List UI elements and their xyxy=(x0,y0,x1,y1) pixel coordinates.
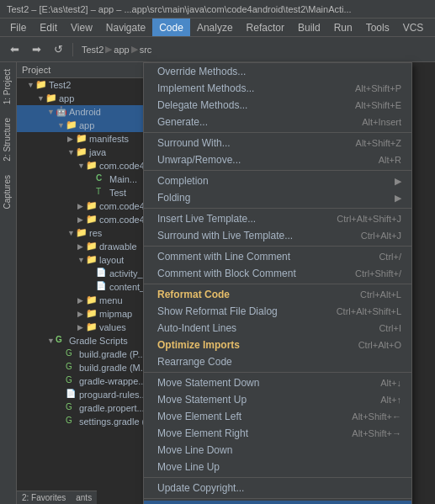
menu-build[interactable]: Build xyxy=(291,19,327,36)
menu-item-move-line-up[interactable]: Move Line Up xyxy=(144,459,411,475)
tree-test2[interactable]: ▼ 📁 Test2 xyxy=(17,78,159,92)
divider-5 xyxy=(144,284,411,284)
tree-activity[interactable]: 📄 activity_r... xyxy=(17,267,159,280)
breadcrumb: Test2 ▶ app ▶ src xyxy=(82,44,151,55)
divider-3 xyxy=(144,208,411,209)
menu-item-move-stmt-down[interactable]: Move Statement Down Alt+↓ xyxy=(144,374,411,391)
gradle-prop-icon: G xyxy=(66,402,77,414)
tree-app-selected[interactable]: ▼ 📁 app xyxy=(17,119,159,132)
divider-6 xyxy=(144,372,411,373)
settings-icon: G xyxy=(66,416,77,427)
tree-menu[interactable]: ▶ 📁 menu xyxy=(17,294,159,307)
tree-settings[interactable]: G settings.gradle (Project Settings) xyxy=(17,415,159,428)
menu-item-delegate[interactable]: Delegate Methods... Alt+Shift+E xyxy=(144,97,411,114)
breadcrumb-src[interactable]: src xyxy=(140,45,152,55)
tree-gradle-wrap[interactable]: G gradle-wrappe... xyxy=(17,374,159,388)
menu-item-update-copyright[interactable]: Update Copyright... xyxy=(144,480,411,496)
drawable-icon: 📁 xyxy=(86,241,98,252)
tree-drawable[interactable]: ▶ 📁 drawable xyxy=(17,240,159,253)
tree-com3[interactable]: ▶ 📁 com.code4a... xyxy=(17,213,159,226)
tree-java[interactable]: ▼ 📁 java xyxy=(17,146,159,159)
divider-4 xyxy=(144,246,411,247)
build2-icon: G xyxy=(66,362,77,374)
tree-content[interactable]: 📄 content_m... xyxy=(17,280,159,294)
tree-gradle-prop[interactable]: G gradle.propert... xyxy=(17,401,159,415)
mipmap-icon: 📁 xyxy=(86,308,98,320)
menu-item-surround[interactable]: Surround With... Alt+Shift+Z xyxy=(144,135,411,151)
menu-item-rearrange[interactable]: Rearrange Code xyxy=(144,353,411,370)
tab-ants[interactable]: ants xyxy=(71,491,97,504)
tree-test[interactable]: T Test xyxy=(17,186,159,199)
menu-item-move-elem-right[interactable]: Move Element Right Alt+Shift+→ xyxy=(144,425,411,442)
tree-com1[interactable]: ▼ 📁 com.code4a... xyxy=(17,159,159,172)
tree-main[interactable]: C Main... xyxy=(17,172,159,186)
android-icon: 🤖 xyxy=(56,106,67,118)
divider-1 xyxy=(144,132,411,133)
res-icon: 📁 xyxy=(76,227,88,239)
menu-bar: File Edit View Navigate Code Analyze Ref… xyxy=(0,19,435,37)
menu-item-reformat[interactable]: Reformat Code Ctrl+Alt+L xyxy=(144,286,411,303)
tree-mipmap[interactable]: ▶ 📁 mipmap xyxy=(17,307,159,321)
tab-project[interactable]: 1: Project xyxy=(0,62,16,111)
gradle-scripts-icon: G xyxy=(56,335,67,347)
tree-com2[interactable]: ▶ 📁 com.code4a... xyxy=(17,199,159,213)
test-java-icon: T xyxy=(96,187,108,199)
tree-proguard[interactable]: 📄 proguard-rules... xyxy=(17,388,159,401)
menu-item-comment-line[interactable]: Comment with Line Comment Ctrl+/ xyxy=(144,248,411,265)
menu-item-completion[interactable]: Completion ▶ xyxy=(144,172,411,189)
menu-item-optimize[interactable]: Optimize Imports Ctrl+Alt+O xyxy=(144,337,411,353)
menu-item-move-line-down[interactable]: Move Line Down xyxy=(144,442,411,459)
toolbar-refresh[interactable]: ↺ xyxy=(49,40,67,59)
layout-icon: 📁 xyxy=(86,254,98,266)
tree-values[interactable]: ▶ 📁 values xyxy=(17,321,159,334)
tab-captures[interactable]: Captures xyxy=(0,168,16,216)
menu-vcs[interactable]: VCS xyxy=(396,19,431,36)
panel-header: Project xyxy=(17,62,159,78)
menu-refactor[interactable]: Refactor xyxy=(240,19,291,36)
proguard-icon: 📄 xyxy=(66,389,77,401)
menu-item-generate[interactable]: Generate... Alt+Insert xyxy=(144,114,411,130)
tree-layout[interactable]: ▼ 📁 layout xyxy=(17,253,159,267)
tree-gradle-scripts[interactable]: ▼ G Gradle Scripts xyxy=(17,334,159,347)
menu-item-show-reformat[interactable]: Show Reformat File Dialog Ctrl+Alt+Shift… xyxy=(144,303,411,320)
menu-item-comment-block[interactable]: Comment with Block Comment Ctrl+Shift+/ xyxy=(144,265,411,282)
menu-tools[interactable]: Tools xyxy=(359,19,396,36)
toolbar-back[interactable]: ⬅ xyxy=(5,40,24,59)
menu-analyze[interactable]: Analyze xyxy=(190,19,240,36)
menu-file[interactable]: File xyxy=(3,19,33,36)
menu-run[interactable]: Run xyxy=(327,19,359,36)
breadcrumb-app[interactable]: app xyxy=(114,45,129,55)
app-folder-icon: 📁 xyxy=(66,119,77,131)
menu-item-insert-live[interactable]: Insert Live Template... Ctrl+Alt+Shift+J xyxy=(144,210,411,227)
breadcrumb-test2[interactable]: Test2 xyxy=(82,45,103,55)
menu-edit[interactable]: Edit xyxy=(33,19,64,36)
menu-item-convert-kotlin[interactable]: Convert Java File to Kotlin File Ctrl+Al… xyxy=(144,501,411,504)
menu-item-auto-indent[interactable]: Auto-Indent Lines Ctrl+I xyxy=(144,320,411,337)
title-bar: Test2 – [E:\as\test2] – app – ...app\src… xyxy=(0,0,435,19)
menu-item-override[interactable]: Override Methods... xyxy=(144,63,411,80)
tree-build2[interactable]: G build.gradle (M... xyxy=(17,361,159,374)
tree-app-root[interactable]: ▼ 📁 app xyxy=(17,92,159,105)
menu-item-move-stmt-up[interactable]: Move Statement Up Alt+↑ xyxy=(144,391,411,408)
toolbar-forward[interactable]: ➡ xyxy=(27,40,45,59)
toolbar: ⬅ ➡ ↺ Test2 ▶ app ▶ src xyxy=(0,37,435,62)
tree-build1[interactable]: G build.gradle (P... xyxy=(17,347,159,361)
tab-structure[interactable]: 2: Structure xyxy=(0,111,16,168)
menu-navigate[interactable]: Navigate xyxy=(99,19,152,36)
build1-icon: G xyxy=(66,348,77,360)
menu-item-implement[interactable]: Implement Methods... Alt+Shift+P xyxy=(144,80,411,97)
tree-res[interactable]: ▼ 📁 res xyxy=(17,226,159,240)
menu-item-folding[interactable]: Folding ▶ xyxy=(144,189,411,206)
menu-code[interactable]: Code xyxy=(152,19,190,36)
package3-icon: 📁 xyxy=(86,214,98,225)
tree-manifests[interactable]: ▶ 📁 manifests xyxy=(17,132,159,146)
tree-app[interactable]: ▼ 🤖 Android xyxy=(17,105,159,119)
menu-window[interactable]: Win xyxy=(430,19,435,36)
tab-favorites[interactable]: 2: Favorites xyxy=(17,491,71,504)
menu-view[interactable]: View xyxy=(64,19,99,36)
main-layout: 1: Project 2: Structure Captures Project… xyxy=(0,62,435,504)
menu-item-surround-live[interactable]: Surround with Live Template... Ctrl+Alt+… xyxy=(144,227,411,244)
toolbar-sep1 xyxy=(72,43,73,56)
menu-item-move-elem-left[interactable]: Move Element Left Alt+Shift+← xyxy=(144,408,411,425)
menu-item-unwrap[interactable]: Unwrap/Remove... Alt+R xyxy=(144,151,411,168)
